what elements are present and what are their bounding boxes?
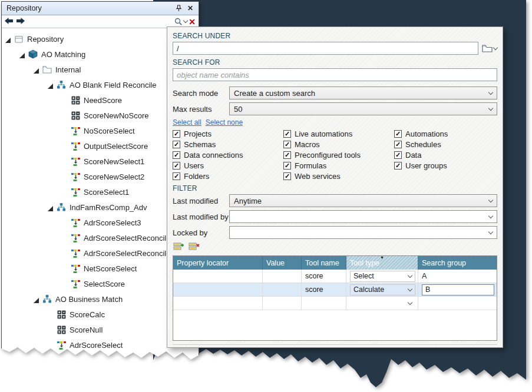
tool-type-combo-cell[interactable]: Select — [346, 270, 418, 283]
table-cell[interactable] — [173, 270, 263, 283]
expanded-triangle-icon[interactable] — [34, 296, 39, 302]
tree-item-label: ScoreNewSelect2 — [84, 172, 144, 181]
table-cell[interactable] — [263, 297, 302, 310]
tool-type-select[interactable]: Select — [350, 271, 415, 282]
tool-type-select[interactable]: Calculate — [350, 284, 415, 295]
tree-item-label: ScoreSelect1 — [84, 188, 129, 197]
checkbox-label: Schedules — [405, 140, 441, 149]
close-icon[interactable]: ✕ — [186, 4, 195, 13]
table-cell[interactable] — [173, 297, 263, 310]
table-cell[interactable]: score — [302, 270, 346, 283]
search-dropdown-icon[interactable] — [174, 18, 187, 26]
checkbox-box[interactable]: ✓ — [173, 151, 180, 159]
tree-item-label: AdrScoreSelect3 — [84, 218, 141, 227]
table-row[interactable]: scoreCalculateB — [173, 283, 497, 297]
checkbox-box[interactable]: ✓ — [173, 141, 180, 148]
max-results-select[interactable]: 50 — [229, 102, 497, 115]
checkbox-box[interactable]: ✓ — [283, 141, 291, 148]
tree-spacer — [62, 97, 68, 103]
tool-type-combo-cell[interactable]: Calculate — [346, 283, 418, 296]
checkbox-box[interactable]: ✓ — [283, 172, 291, 180]
checkbox-preconfigured-tools[interactable]: ✓Preconfigured tools — [283, 150, 394, 160]
locked-by-combo[interactable] — [229, 226, 497, 239]
tree-spacer — [62, 143, 68, 149]
select-none-link[interactable]: Select none — [206, 118, 243, 127]
search-under-input[interactable] — [173, 42, 478, 55]
checkbox-box[interactable]: ✓ — [173, 130, 180, 138]
table-cell[interactable] — [263, 270, 302, 283]
column-header-search-group[interactable]: Search group — [418, 256, 497, 270]
search-for-input[interactable] — [173, 68, 497, 81]
expanded-triangle-icon[interactable] — [19, 51, 25, 57]
tree-spacer — [62, 250, 68, 256]
expanded-triangle-icon[interactable] — [48, 82, 54, 88]
checkbox-data-connections[interactable]: ✓Data connections — [173, 150, 283, 160]
checkbox-live-automations[interactable]: ✓Live automations — [283, 129, 394, 139]
automation-icon — [57, 202, 66, 212]
checkbox-box[interactable]: ✓ — [394, 130, 402, 138]
tool-type-select[interactable] — [350, 298, 415, 309]
checkbox-label: Data connections — [184, 151, 243, 160]
column-header-tool-type[interactable]: Tool type▾ — [346, 256, 418, 270]
table-row[interactable]: scoreSelectA — [173, 270, 497, 283]
expanded-triangle-icon[interactable] — [5, 36, 11, 42]
column-header-tool-name[interactable]: Tool name — [302, 256, 346, 270]
delete-row-icon[interactable] — [189, 242, 200, 254]
checkbox-label: Live automations — [295, 129, 352, 138]
checkbox-box[interactable]: ✓ — [173, 172, 180, 180]
folder-browse-icon[interactable] — [482, 44, 497, 52]
last-modified-by-combo[interactable] — [229, 210, 497, 223]
table-cell[interactable]: A — [418, 270, 497, 283]
back-arrow-icon[interactable] — [5, 16, 14, 27]
checkbox-box[interactable]: ✓ — [394, 162, 402, 170]
last-modified-select[interactable]: Anytime — [229, 194, 497, 207]
checkbox-box[interactable]: ✓ — [283, 130, 291, 138]
table-row[interactable] — [173, 297, 497, 310]
clear-search-icon[interactable]: ✕ — [189, 18, 196, 26]
table-cell[interactable] — [418, 297, 497, 310]
search-for-label: SEARCH FOR — [173, 58, 497, 67]
table-cell[interactable] — [173, 283, 263, 296]
checkbox-automations[interactable]: ✓Automations — [394, 129, 448, 139]
forward-arrow-icon[interactable] — [16, 16, 25, 27]
table-cell[interactable] — [263, 283, 302, 296]
checkbox-box[interactable]: ✓ — [173, 162, 180, 170]
column-header-value[interactable]: Value — [263, 256, 302, 270]
add-row-icon[interactable] — [173, 242, 184, 254]
search-mode-select[interactable]: Create a custom search — [229, 87, 497, 99]
select-tool-icon — [71, 187, 80, 197]
table-cell[interactable]: score — [302, 283, 346, 296]
checkbox-user-groups[interactable]: ✓User groups — [394, 161, 448, 171]
tool-type-combo-cell[interactable] — [346, 297, 418, 310]
chevron-down-icon — [408, 273, 412, 277]
checkbox-formulas[interactable]: ✓Formulas — [283, 161, 394, 171]
expanded-triangle-icon[interactable] — [34, 67, 39, 72]
tree-item-label: Internal — [55, 65, 81, 74]
checkbox-users[interactable]: ✓Users — [173, 161, 283, 171]
object-type-checkboxes: ✓Projects✓Schemas✓Data connections✓Users… — [173, 129, 497, 182]
checkbox-box[interactable]: ✓ — [394, 141, 402, 148]
search-under-label: SEARCH UNDER — [173, 32, 497, 40]
tree-item-label: NoScoreSelect — [84, 127, 135, 135]
expanded-triangle-icon[interactable] — [48, 204, 54, 210]
checkbox-schedules[interactable]: ✓Schedules — [394, 139, 448, 150]
column-header-property-locator[interactable]: Property locator — [173, 256, 263, 270]
checkbox-box[interactable]: ✓ — [283, 162, 291, 170]
search-group-cell[interactable]: B — [418, 283, 497, 296]
checkbox-macros[interactable]: ✓Macros — [283, 139, 394, 150]
checkbox-box[interactable]: ✓ — [283, 151, 291, 159]
table-cell[interactable] — [302, 297, 346, 310]
checkbox-box[interactable]: ✓ — [394, 151, 402, 159]
locked-by-label: Locked by — [173, 228, 229, 237]
checkbox-folders[interactable]: ✓Folders — [173, 171, 283, 181]
checkbox-data[interactable]: ✓Data — [394, 150, 448, 160]
checkbox-web-services[interactable]: ✓Web services — [283, 171, 394, 181]
checkbox-schemas[interactable]: ✓Schemas — [173, 139, 283, 150]
calculate-tool-icon — [57, 310, 66, 319]
pin-icon[interactable] — [174, 4, 183, 13]
tree-item-label: NetScoreSelect — [84, 264, 137, 273]
select-all-link[interactable]: Select all — [173, 118, 201, 127]
tree-item[interactable]: AdrScoreSelect-2 — [2, 353, 199, 368]
search-group-edit-input[interactable]: B — [422, 284, 494, 295]
checkbox-projects[interactable]: ✓Projects — [173, 129, 283, 139]
